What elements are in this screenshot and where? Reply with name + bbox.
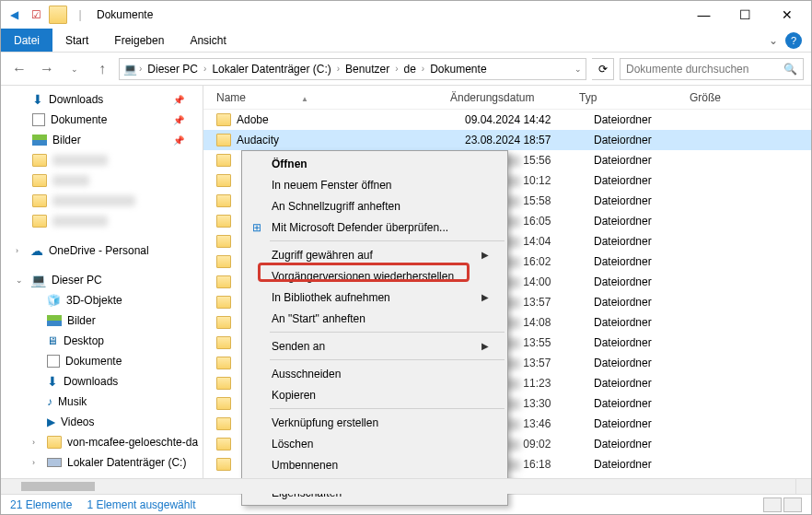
col-size[interactable]: Größe (690, 91, 763, 104)
sidebar-item-blurred[interactable] (1, 191, 203, 211)
menu-grant-access[interactable]: Zugriff gewähren auf▶ (244, 244, 505, 265)
qat-back-icon[interactable]: ◀ (5, 6, 23, 24)
crumb-3[interactable]: de (400, 63, 419, 76)
help-icon[interactable]: ? (785, 32, 802, 49)
file-type: Dateiordner (594, 113, 704, 126)
pictures-icon (32, 135, 47, 146)
status-count: 21 Elemente (10, 498, 72, 511)
col-date[interactable]: Änderungsdatum (450, 91, 579, 104)
view-details-button[interactable] (763, 497, 782, 512)
menu-copy[interactable]: Kopieren (244, 384, 505, 405)
arrow-icon[interactable]: ⌄ (16, 275, 25, 285)
folder-icon (216, 438, 231, 451)
search-icon: 🔍 (783, 63, 797, 76)
context-menu: Öffnen In neuem Fenster öffnen An Schnel… (241, 150, 508, 506)
menu-new-window[interactable]: In neuem Fenster öffnen (244, 174, 505, 195)
sidebar-videos[interactable]: ▶Videos (1, 412, 203, 432)
sidebar-drive[interactable]: ›Lokaler Datenträger (C:) (1, 452, 203, 473)
folder-icon (216, 357, 231, 369)
search-placeholder: Dokumente durchsuchen (626, 63, 748, 76)
sidebar-item-blurred[interactable] (1, 211, 203, 231)
sidebar-thispc[interactable]: ⌄💻Dieser PC (1, 270, 203, 290)
sidebar-scrollbar[interactable] (1, 478, 795, 494)
pc-icon: 💻 (30, 273, 46, 287)
file-type: Dateiordner (594, 154, 704, 167)
sidebar-3dobjects[interactable]: 🧊3D-Objekte (1, 290, 203, 310)
file-type: Dateiordner (594, 255, 704, 268)
search-input[interactable]: Dokumente durchsuchen 🔍 (620, 58, 804, 80)
breadcrumb[interactable]: 💻 › Dieser PC › Lokaler Datenträger (C:)… (119, 58, 586, 80)
sidebar-onedrive[interactable]: ›☁OneDrive - Personal (1, 240, 203, 261)
up-button[interactable]: ↑ (91, 58, 113, 80)
pin-icon: 📌 (173, 115, 184, 125)
menu-pin-quick[interactable]: An Schnellzugriff anheften (244, 195, 505, 217)
menu-separator (270, 332, 505, 333)
sidebar-bilder2[interactable]: Bilder (1, 310, 203, 331)
minimize-button[interactable]: — (683, 2, 725, 29)
folder-icon (32, 154, 47, 167)
sidebar-downloads2[interactable]: ⬇Downloads (1, 371, 203, 392)
menu-rename[interactable]: Umbennenen (244, 454, 505, 475)
recent-dropdown[interactable]: ⌄ (64, 58, 86, 80)
arrow-icon[interactable]: › (32, 458, 41, 467)
menu-in-library[interactable]: In Bibliothek aufnehmen▶ (244, 287, 505, 308)
arrow-icon[interactable]: › (16, 246, 25, 255)
pin-icon: 📌 (173, 95, 184, 105)
menu-shortcut[interactable]: Verknüpfung erstellen (244, 412, 505, 433)
crumb-4[interactable]: Dokumente (426, 63, 490, 76)
menu-open[interactable]: Öffnen (244, 153, 505, 174)
menu-cut[interactable]: Ausschneiden (244, 363, 505, 384)
file-type: Dateiordner (594, 438, 704, 451)
sidebar-musik[interactable]: ♪Musik (1, 392, 203, 412)
file-type: Dateiordner (594, 174, 704, 187)
crumb-0[interactable]: Dieser PC (144, 63, 202, 76)
table-row[interactable]: Adobe09.04.2024 14:42Dateiordner (203, 110, 811, 130)
close-button[interactable]: ✕ (766, 2, 807, 29)
tab-ansicht[interactable]: Ansicht (177, 29, 238, 52)
breadcrumb-dropdown[interactable]: ⌄ (574, 64, 582, 74)
file-type: Dateiordner (594, 377, 704, 390)
sidebar-dokumente[interactable]: Dokumente📌 (1, 110, 203, 130)
menu-defender[interactable]: ⊞Mit Microsoft Defender überprüfen... (244, 217, 505, 238)
sidebar-item-blurred[interactable] (1, 150, 203, 170)
folder-icon (47, 436, 62, 449)
file-name: Audacity (237, 134, 465, 146)
sidebar-bilder[interactable]: Bilder📌 (1, 130, 203, 150)
folder-icon (216, 397, 231, 410)
sidebar: ⬇Downloads📌 Dokumente📌 Bilder📌 ›☁OneDriv… (1, 86, 203, 494)
maximize-button[interactable]: ☐ (725, 2, 766, 29)
table-row[interactable]: Audacity23.08.2024 18:57Dateiordner (203, 130, 811, 150)
titlebar: ◀ ☑ | Dokumente — ☐ ✕ (1, 1, 811, 29)
crumb-1[interactable]: Lokaler Datenträger (C:) (208, 63, 334, 76)
col-name[interactable]: Name▲ (216, 91, 450, 104)
chevron-right-icon: ▶ (481, 292, 489, 302)
sidebar-item-blurred[interactable] (1, 170, 203, 191)
drive-icon (47, 458, 62, 467)
menu-restore-previous[interactable]: Vorgängerversionen wiederherstellen (244, 265, 505, 287)
sidebar-downloads[interactable]: ⬇Downloads📌 (1, 89, 203, 110)
col-type[interactable]: Typ (579, 91, 690, 104)
menu-pin-start[interactable]: An "Start" anheften (244, 308, 505, 329)
tab-freigeben[interactable]: Freigeben (101, 29, 177, 52)
tab-start[interactable]: Start (52, 29, 101, 52)
view-icons-button[interactable] (783, 497, 802, 512)
file-date: 09.04.2024 14:42 (465, 113, 594, 126)
navbar: ← → ⌄ ↑ 💻 › Dieser PC › Lokaler Datenträ… (1, 53, 811, 86)
qat-icon[interactable] (49, 6, 67, 24)
tab-file[interactable]: Datei (1, 29, 52, 52)
refresh-button[interactable]: ⟳ (592, 58, 614, 80)
forward-button[interactable]: → (36, 58, 58, 80)
ribbon-expand-icon[interactable]: ⌄ (769, 34, 778, 47)
menu-send-to[interactable]: Senden an▶ (244, 335, 505, 357)
sidebar-mcafee[interactable]: ›von-mcafee-geloeschte-da (1, 432, 203, 452)
status-selection: 1 Element ausgewählt (87, 498, 195, 511)
back-button[interactable]: ← (8, 58, 30, 80)
menu-delete[interactable]: Löschen (244, 433, 505, 454)
qat-props-icon[interactable]: ☑ (27, 6, 45, 24)
arrow-icon[interactable]: › (32, 438, 41, 447)
sidebar-desktop[interactable]: 🖥Desktop (1, 331, 203, 351)
sidebar-dokumente2[interactable]: Dokumente (1, 351, 203, 371)
folder-icon (216, 235, 231, 248)
crumb-2[interactable]: Benutzer (342, 63, 393, 76)
breadcrumb-sep: › (139, 64, 142, 74)
